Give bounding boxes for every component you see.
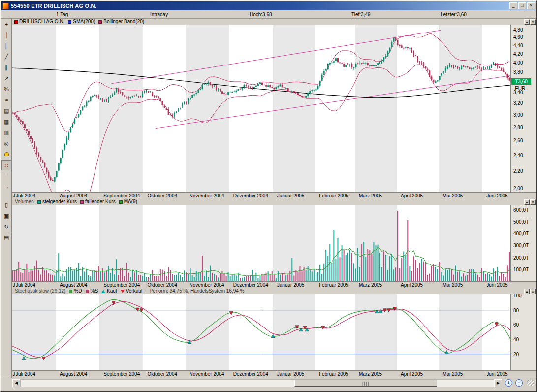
volume-panel: Volumen steigender Kurs fallender Kurs M…: [12, 199, 536, 288]
xaxis-month-label: September 2004: [103, 282, 140, 288]
marker-dots-tool[interactable]: ∷: [1, 160, 11, 170]
print-tool[interactable]: ▤: [1, 232, 11, 243]
volume-panel-close-button[interactable]: x: [530, 199, 536, 205]
grid-tool[interactable]: ▦: [1, 117, 11, 127]
period-label[interactable]: 1 Tag: [56, 12, 68, 17]
xaxis-month-label: November 2004: [190, 282, 224, 288]
percent-retracement-tool[interactable]: %: [1, 84, 11, 95]
low-label: Tief:3,49: [351, 12, 371, 17]
stochastic-panel-header: Stochastik slow (26,12) %D %S Kauf Verka…: [12, 288, 536, 294]
scrollbar-thumb[interactable]: [294, 380, 437, 387]
ma9-swatch: [119, 200, 123, 204]
text-note-tool[interactable]: ≡: [1, 171, 11, 181]
mode-label[interactable]: Intraday: [150, 12, 168, 17]
down-volume-swatch: [80, 200, 84, 204]
scrollbar-track[interactable]: [20, 379, 494, 387]
scroll-right-button[interactable]: ▶: [494, 379, 502, 387]
levels-tool[interactable]: ▤: [1, 106, 11, 116]
price-axis: T3,60 EUR 4,804,604,404,204,003,803,403,…: [510, 25, 536, 192]
xaxis-month-label: Juni 2005: [486, 371, 507, 377]
xaxis-month-label: Februar 2005: [319, 282, 348, 288]
stoch-d-swatch: [69, 290, 72, 293]
scroll-left-button[interactable]: ◀: [12, 379, 20, 387]
xaxis-month-label: Juni 2005: [486, 193, 507, 198]
pointer-tool[interactable]: +: [1, 19, 11, 30]
close-button[interactable]: ×: [527, 2, 535, 9]
resize-grip[interactable]: [527, 380, 534, 386]
crosshair-tool[interactable]: ┼: [1, 30, 11, 40]
xaxis-month-label: Dezember 2004: [233, 193, 268, 198]
price-tick-label: 2,60: [513, 138, 523, 143]
ellipse-tool[interactable]: ◎: [1, 138, 11, 149]
minimize-button[interactable]: _: [509, 2, 517, 9]
last-label: Letzter:3,60: [441, 12, 467, 17]
stochastic-title-label: Stochastik slow (26,12): [15, 288, 65, 294]
sma-legend-swatch: [68, 20, 71, 24]
xaxis-month-label: März 2005: [359, 371, 382, 377]
stochastic-tick-label: 60: [513, 322, 519, 327]
xaxis-month-label: Februar 2005: [319, 371, 348, 377]
last-price-badge: T3,60: [511, 78, 531, 85]
xaxis-month-label: September 2004: [103, 193, 140, 198]
volume-tick-label: 100,0T: [513, 267, 529, 272]
zoom-out-button[interactable]: −: [515, 379, 523, 387]
arrow-annotation-tool[interactable]: →: [1, 182, 11, 192]
volume-xaxis: JJuli 2004August 2004September 2004Oktob…: [12, 281, 536, 288]
price-tick-label: 2,80: [513, 125, 523, 130]
price-tick-label: 4,40: [513, 43, 523, 48]
xaxis-month-label: Juli 2004: [16, 371, 35, 377]
buy-label: Kauf: [107, 288, 117, 294]
ma9-label: MA(9): [124, 199, 137, 205]
volume-axis: 600,0T500,0T400,0T300,0T200,0T100,0T: [510, 205, 536, 281]
volume-panel-collapse-button[interactable]: ▴: [524, 199, 530, 205]
volume-chart-canvas[interactable]: [12, 205, 510, 281]
volume-tick-label: 200,0T: [513, 255, 529, 261]
stochastic-tick-label: 100: [513, 294, 522, 298]
xaxis-lead-label: J: [13, 371, 15, 377]
price-tick-label: 4,20: [513, 51, 523, 57]
stochastic-panel-collapse-button[interactable]: ▴: [524, 289, 530, 294]
zoom-in-button[interactable]: +: [505, 379, 512, 387]
xaxis-month-label: September 2004: [103, 371, 140, 377]
xaxis-month-label: Januar 2005: [277, 282, 305, 288]
price-tick-label: 4,00: [513, 60, 523, 65]
xaxis-lead-label: J: [13, 282, 15, 288]
price-panel: DRILLISCH AG O.N. SMA(200) Bollinger Ban…: [12, 19, 536, 199]
price-legend-label: DRILLISCH AG O.N.: [19, 19, 64, 25]
refresh-tool[interactable]: ↻: [1, 222, 11, 232]
xaxis-month-label: November 2004: [190, 371, 224, 377]
stochastic-axis: 10080604020: [510, 294, 536, 370]
stochastic-panel-close-button[interactable]: x: [530, 289, 536, 294]
stoch-d-label: %D: [74, 288, 82, 294]
wave-tool[interactable]: ≈: [1, 95, 11, 105]
high-label: Hoch:3,68: [250, 12, 272, 17]
sma-legend-label: SMA(200): [73, 19, 95, 25]
price-panel-close-button[interactable]: x: [530, 19, 536, 25]
up-volume-swatch: [37, 200, 41, 204]
ray-tool[interactable]: ↗: [1, 73, 11, 84]
maximize-button[interactable]: □: [518, 2, 526, 9]
stochastic-chart-canvas[interactable]: [12, 294, 510, 370]
price-tick-label: 3,80: [513, 69, 523, 75]
window-title: 554550 ETR DRILLISCH AG O.N.: [11, 3, 508, 9]
volume-tick-label: 600,0T: [513, 207, 529, 213]
delete-tool[interactable]: ▯: [1, 200, 11, 210]
xaxis-month-label: Dezember 2004: [233, 282, 268, 288]
stoch-s-label: %S: [91, 288, 98, 294]
stochastic-tick-label: 80: [513, 308, 519, 313]
parallel-lines-tool[interactable]: ∥: [1, 63, 11, 73]
price-chart-canvas[interactable]: [12, 25, 510, 192]
price-panel-collapse-button[interactable]: ▴: [524, 19, 530, 25]
title-bar[interactable]: 554550 ETR DRILLISCH AG O.N. _ □ ×: [1, 1, 536, 10]
save-tool[interactable]: ▣: [1, 211, 11, 221]
price-tick-label: 3,20: [513, 100, 523, 106]
bars-pattern-tool[interactable]: ▥: [1, 128, 11, 138]
alert-bell-tool[interactable]: [1, 149, 11, 160]
xaxis-month-label: Januar 2005: [277, 193, 305, 198]
cursor-line-tool[interactable]: │: [1, 41, 11, 51]
xaxis-month-label: April 2005: [401, 193, 423, 198]
price-xaxis: JJuli 2004August 2004September 2004Oktob…: [12, 192, 536, 199]
trendline-tool[interactable]: ╱: [1, 52, 11, 62]
bell-icon: [4, 152, 9, 156]
price-tick-label: 4,60: [513, 34, 523, 40]
